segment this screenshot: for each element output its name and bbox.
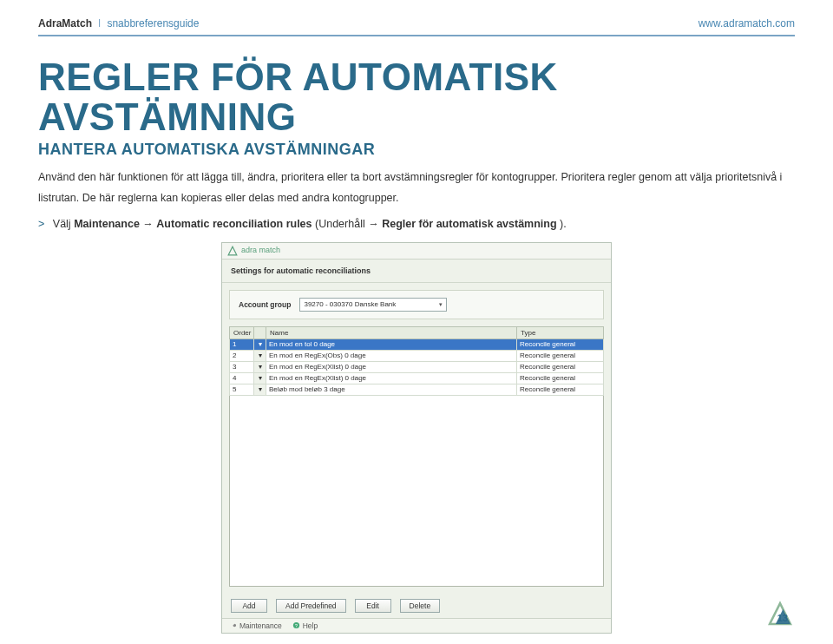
- window-subtitle: Settings for automatic reconciliations: [222, 260, 611, 283]
- header-separator: l: [98, 17, 101, 30]
- cell-type: Reconcile general: [517, 361, 604, 372]
- status-bar: Maintenance ? Help: [222, 618, 611, 633]
- delete-button[interactable]: Delete: [400, 599, 441, 613]
- step-arrow-2: →: [368, 218, 382, 230]
- cell-name: En mod en RegEx(Xlist) 0 dage: [266, 372, 517, 384]
- step-marker: >: [38, 218, 44, 230]
- col-name[interactable]: Name: [266, 326, 517, 338]
- table-row[interactable]: 4 ▾ En mod en RegEx(Xlist) 0 dage Reconc…: [230, 372, 604, 384]
- svg-text:?: ?: [295, 623, 298, 628]
- step-bold-1: Maintenance: [74, 218, 140, 230]
- brand-name: AdraMatch: [38, 17, 92, 30]
- header-sub: snabbreferensguide: [107, 17, 199, 30]
- status-maintenance-label: Maintenance: [239, 621, 282, 630]
- cell-type: Reconcile general: [517, 372, 604, 384]
- page-number: 13: [777, 613, 788, 623]
- settings-panel: Account group 39270 - 030370 Danske Bank…: [229, 290, 604, 319]
- col-spacer: [254, 326, 266, 338]
- grid-header-row: Order Name Type: [230, 326, 604, 338]
- rules-grid-wrap: Order Name Type 1 ▾ En mod en tol 0 dage…: [229, 326, 604, 587]
- app-logo-text: adra match: [241, 246, 280, 254]
- cell-name: En mod en RegEx(Xlist) 0 dage: [266, 361, 517, 372]
- table-row[interactable]: 3 ▾ En mod en RegEx(Xlist) 0 dage Reconc…: [230, 361, 604, 372]
- app-window: adra match Settings for automatic reconc…: [221, 242, 612, 634]
- table-row[interactable]: 5 ▾ Beløb mod beløb 3 dage Reconcile gen…: [230, 384, 604, 395]
- step-arrow-1: →: [142, 218, 156, 230]
- add-button[interactable]: Add: [231, 599, 267, 613]
- table-row[interactable]: 1 ▾ En mod en tol 0 dage Reconcile gener…: [230, 338, 604, 350]
- row-toggle-icon[interactable]: ▾: [254, 372, 266, 384]
- grid-empty-area: [229, 396, 604, 587]
- status-help[interactable]: ? Help: [292, 621, 318, 630]
- page-title: REGLER FÖR AUTOMATISK AVSTÄMNING: [38, 57, 795, 137]
- table-row[interactable]: 2 ▾ En mod en RegEx(Obs) 0 dage Reconcil…: [230, 350, 604, 361]
- cell-order: 1: [230, 338, 254, 350]
- row-toggle-icon[interactable]: ▾: [254, 338, 266, 350]
- cell-name: En mod en RegEx(Obs) 0 dage: [266, 350, 517, 361]
- row-toggle-icon[interactable]: ▾: [254, 350, 266, 361]
- body-text: Använd den här funktionen för att lägga …: [38, 168, 784, 209]
- step-bold-3: Regler för automatisk avstämning: [382, 218, 556, 230]
- row-toggle-icon[interactable]: ▾: [254, 384, 266, 395]
- help-icon: ?: [292, 621, 300, 629]
- step-line: > Välj Maintenance → Automatic reconcili…: [38, 218, 795, 230]
- wrench-icon: [229, 621, 237, 629]
- cell-order: 5: [230, 384, 254, 395]
- cell-type: Reconcile general: [517, 350, 604, 361]
- page-subtitle: HANTERA AUTOMATISKA AVSTÄMNINGAR: [38, 141, 795, 159]
- header-rule: [38, 35, 795, 36]
- step-paren-close: ).: [560, 218, 567, 230]
- add-predefined-button[interactable]: Add Predefined: [276, 599, 346, 613]
- cell-order: 3: [230, 361, 254, 372]
- step-bold-2: Automatic reconciliation rules: [156, 218, 312, 230]
- cell-type: Reconcile general: [517, 338, 604, 350]
- cell-name: En mod en tol 0 dage: [266, 338, 517, 350]
- col-type[interactable]: Type: [517, 326, 604, 338]
- edit-button[interactable]: Edit: [355, 599, 391, 613]
- button-row: Add Add Predefined Edit Delete: [222, 594, 611, 618]
- account-row: Account group 39270 - 030370 Danske Bank…: [230, 291, 603, 319]
- step-paren-open: (Underhåll: [315, 218, 365, 230]
- row-toggle-icon[interactable]: ▾: [254, 361, 266, 372]
- col-order[interactable]: Order: [230, 326, 254, 338]
- cell-name: Beløb mod beløb 3 dage: [266, 384, 517, 395]
- account-dropdown[interactable]: 39270 - 030370 Danske Bank ▾: [299, 298, 447, 312]
- cell-type: Reconcile general: [517, 384, 604, 395]
- cell-order: 2: [230, 350, 254, 361]
- status-help-label: Help: [303, 621, 318, 630]
- account-label: Account group: [239, 300, 291, 309]
- header-left: AdraMatch l snabbreferensguide: [38, 17, 199, 30]
- status-maintenance[interactable]: Maintenance: [229, 621, 282, 630]
- cell-order: 4: [230, 372, 254, 384]
- header-url: www.adramatch.com: [699, 17, 795, 30]
- app-logo-icon: [227, 246, 238, 256]
- app-titlebar: adra match: [222, 243, 611, 260]
- step-prefix: Välj: [53, 218, 74, 230]
- rules-grid: Order Name Type 1 ▾ En mod en tol 0 dage…: [229, 326, 604, 396]
- account-value: 39270 - 030370 Danske Bank: [304, 300, 396, 308]
- chevron-down-icon: ▾: [439, 301, 443, 308]
